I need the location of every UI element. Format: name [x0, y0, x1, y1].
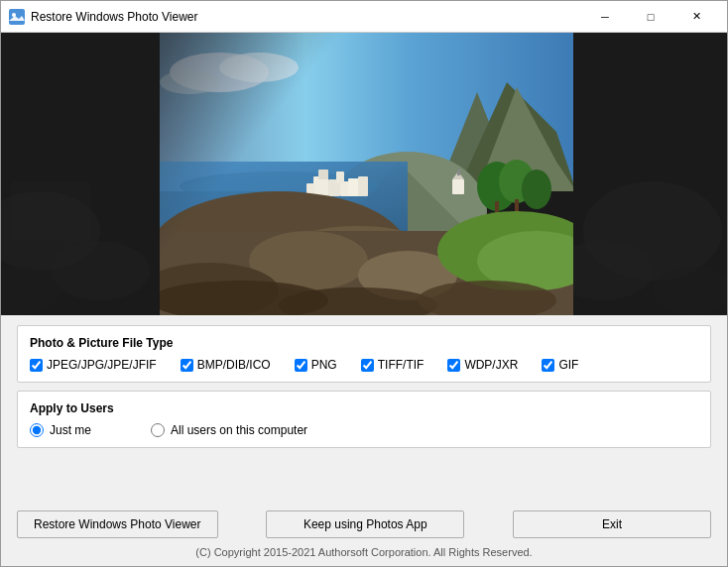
checkbox-tiff-input[interactable] — [361, 359, 374, 372]
file-types-row: JPEG/JPG/JPE/JFIF BMP/DIB/ICO PNG TIFF/T… — [30, 358, 698, 372]
checkbox-bmp-input[interactable] — [181, 359, 193, 372]
checkbox-gif-label: GIF — [558, 358, 578, 372]
checkbox-png-label: PNG — [311, 358, 337, 372]
restore-button[interactable]: □ — [628, 1, 673, 33]
svg-rect-27 — [336, 171, 344, 183]
title-bar: Restore Windows Photo Viewer ─ □ ✕ — [1, 1, 727, 33]
checkbox-bmp-label: BMP/DIB/ICO — [197, 358, 271, 372]
svg-rect-43 — [452, 179, 464, 194]
svg-rect-26 — [358, 176, 368, 196]
exit-button[interactable]: Exit — [513, 510, 711, 538]
svg-point-37 — [522, 170, 551, 209]
file-types-title: Photo & Picture File Type — [30, 336, 698, 350]
checkbox-png[interactable]: PNG — [295, 358, 337, 372]
minimize-button[interactable]: ─ — [582, 1, 628, 33]
radio-all-users[interactable]: All users on this computer — [151, 423, 307, 437]
radio-just-me-input[interactable] — [30, 423, 44, 437]
keep-photos-button[interactable]: Keep using Photos App — [266, 510, 464, 538]
content-area: Photo & Picture File Type JPEG/JPG/JPE/J… — [1, 315, 727, 505]
file-types-section: Photo & Picture File Type JPEG/JPG/JPE/J… — [17, 325, 711, 383]
panorama-image — [160, 33, 576, 315]
radio-just-me[interactable]: Just me — [30, 423, 91, 437]
radio-row: Just me All users on this computer — [30, 423, 698, 437]
checkbox-wdp-label: WDP/JXR — [464, 358, 518, 372]
app-icon — [9, 9, 25, 25]
radio-just-me-label: Just me — [50, 423, 91, 437]
checkbox-wdp[interactable]: WDP/JXR — [447, 358, 518, 372]
copyright-text: (C) Copyright 2015-2021 Authorsoft Corpo… — [1, 542, 727, 566]
svg-rect-23 — [318, 170, 328, 179]
svg-rect-45 — [457, 170, 460, 175]
checkbox-jpeg-label: JPEG/JPG/JPE/JFIF — [47, 358, 157, 372]
image-area — [1, 33, 727, 315]
svg-rect-0 — [9, 9, 25, 25]
checkbox-bmp[interactable]: BMP/DIB/ICO — [181, 358, 271, 372]
close-button[interactable]: ✕ — [673, 1, 719, 33]
checkbox-gif[interactable]: GIF — [542, 358, 578, 372]
apply-users-title: Apply to Users — [30, 401, 698, 415]
checkbox-jpeg[interactable]: JPEG/JPG/JPE/JFIF — [30, 358, 157, 372]
radio-all-users-input[interactable] — [151, 423, 165, 437]
svg-rect-6 — [11, 181, 90, 241]
title-bar-text: Restore Windows Photo Viewer — [31, 10, 582, 24]
dark-panel-left — [1, 33, 160, 315]
title-bar-controls: ─ □ ✕ — [582, 1, 719, 33]
svg-rect-39 — [515, 199, 519, 212]
checkbox-png-input[interactable] — [295, 359, 307, 372]
buttons-row: Restore Windows Photo Viewer Keep using … — [1, 505, 727, 542]
apply-users-section: Apply to Users Just me All users on this… — [17, 391, 711, 448]
main-window: Restore Windows Photo Viewer ─ □ ✕ — [0, 0, 728, 567]
checkbox-gif-input[interactable] — [542, 359, 554, 372]
checkbox-tiff[interactable]: TIFF/TIF — [361, 358, 425, 372]
restore-button-main[interactable]: Restore Windows Photo Viewer — [17, 510, 218, 538]
radio-all-users-label: All users on this computer — [171, 423, 307, 437]
svg-point-4 — [51, 241, 150, 300]
checkbox-wdp-input[interactable] — [447, 359, 460, 372]
dark-panel-right — [573, 33, 727, 315]
checkbox-tiff-label: TIFF/TIF — [378, 358, 425, 372]
checkbox-jpeg-input[interactable] — [30, 359, 43, 372]
